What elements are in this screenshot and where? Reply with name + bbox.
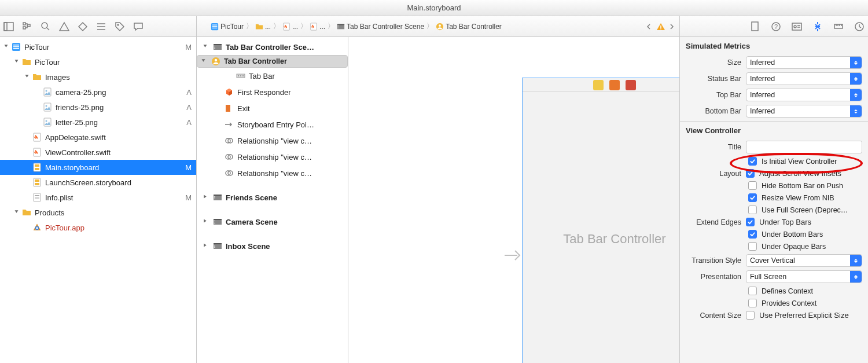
- breadcrumb-item[interactable]: ...: [255, 23, 271, 31]
- outline-row[interactable]: Relationship "view c…: [197, 165, 348, 181]
- under-bottom-checkbox[interactable]: [748, 230, 757, 239]
- initial-vc-row[interactable]: Is Initial View Controller: [686, 157, 862, 166]
- file-tree-row[interactable]: Products: [0, 205, 196, 220]
- scm-badge: M: [185, 193, 192, 202]
- scm-badge: A: [186, 103, 192, 112]
- disclosure-icon[interactable]: [203, 243, 209, 250]
- exit-icon[interactable]: [626, 80, 636, 90]
- editor-panel: PicTour〉...〉...〉...〉Tab Bar Controller S…: [197, 16, 680, 363]
- breadcrumb[interactable]: PicTour〉...〉...〉...〉Tab Bar Controller S…: [211, 21, 502, 31]
- transition-select[interactable]: Cover Vertical: [746, 254, 862, 267]
- presentation-select[interactable]: Full Screen: [746, 270, 862, 283]
- proj-blue-icon: [12, 42, 21, 52]
- file-tree-row[interactable]: AppDelegate.swift: [0, 130, 196, 145]
- file-tree-row[interactable]: friends-25.pngA: [0, 100, 196, 115]
- fullscreen-checkbox[interactable]: [748, 206, 757, 214]
- attributes-inspector-icon[interactable]: [812, 21, 823, 32]
- nav-next-icon[interactable]: [669, 23, 676, 30]
- size-inspector-icon[interactable]: [833, 21, 844, 32]
- provides-context-checkbox[interactable]: [748, 299, 757, 307]
- size-select[interactable]: Inferred: [746, 56, 862, 69]
- file-tree-row[interactable]: Images: [0, 69, 196, 85]
- cube-icon: [225, 87, 234, 97]
- project-file-tree[interactable]: PicTourMPicTourImagescamera-25.pngAfrien…: [0, 37, 196, 363]
- folder-yellow-icon: [32, 72, 42, 82]
- outline-row[interactable]: Tab Bar Controller Sce…: [197, 39, 348, 55]
- file-label: PicTour: [24, 43, 183, 52]
- outline-row[interactable]: Camera Scene: [197, 214, 348, 230]
- resize-nib-checkbox[interactable]: [748, 193, 757, 202]
- nav-prev-icon[interactable]: [646, 23, 653, 30]
- simulated-metrics-header: Simulated Metrics: [680, 37, 868, 54]
- disclosure-icon[interactable]: [14, 209, 21, 216]
- connections-inspector-icon[interactable]: [854, 21, 865, 32]
- jump-bar[interactable]: PicTour〉...〉...〉...〉Tab Bar Controller S…: [197, 16, 679, 37]
- disclosure-icon[interactable]: [201, 58, 208, 65]
- folder-yellow-icon: [22, 208, 31, 217]
- scene-dock[interactable]: [523, 78, 679, 92]
- outline-row[interactable]: Inbox Scene: [197, 238, 348, 254]
- outline-row[interactable]: Friends Scene: [197, 189, 348, 206]
- disclosure-icon[interactable]: [3, 43, 10, 50]
- defines-context-checkbox[interactable]: [748, 287, 757, 295]
- file-tree-row[interactable]: PicTour.app: [0, 220, 196, 235]
- file-tree-row[interactable]: camera-25.pngA: [0, 85, 196, 100]
- issue-navigator-icon[interactable]: [59, 21, 69, 32]
- file-tree-row[interactable]: ViewController.swift: [0, 145, 196, 160]
- breadcrumb-item[interactable]: ...: [310, 23, 325, 31]
- file-tree-row[interactable]: LaunchScreen.storyboard: [0, 175, 196, 190]
- file-tree-row[interactable]: PicTourM: [0, 39, 196, 54]
- issues-warning-icon[interactable]: [656, 22, 665, 31]
- initial-vc-checkbox[interactable]: [748, 157, 757, 166]
- disclosure-icon[interactable]: [24, 74, 31, 80]
- document-outline[interactable]: Tab Bar Controller Sce…Tab Bar Controlle…: [197, 37, 348, 363]
- file-label: friends-25.png: [56, 103, 184, 112]
- bottom-bar-select[interactable]: Inferred: [746, 105, 862, 118]
- storyboard-canvas[interactable]: Tab Bar Controller: [348, 37, 679, 363]
- breadcrumb-item[interactable]: Tab Bar Controller: [436, 23, 502, 31]
- hide-bottom-checkbox[interactable]: [748, 181, 757, 190]
- file-label: PicTour.app: [45, 223, 192, 232]
- test-navigator-icon[interactable]: [78, 21, 88, 32]
- disclosure-icon[interactable]: [203, 43, 209, 50]
- outline-row[interactable]: Relationship "view c…: [197, 133, 348, 149]
- breakpoint-navigator-icon[interactable]: [115, 21, 125, 32]
- quick-help-icon[interactable]: [771, 21, 781, 32]
- top-bar-select[interactable]: Inferred: [746, 89, 862, 101]
- symbol-navigator-icon[interactable]: [22, 21, 32, 32]
- file-tree-row[interactable]: letter-25.pngA: [0, 115, 196, 130]
- outline-row[interactable]: Relationship "view c…: [197, 149, 348, 165]
- file-inspector-icon[interactable]: [750, 21, 760, 32]
- adjust-scroll-checkbox[interactable]: [746, 169, 755, 178]
- status-bar-select[interactable]: Inferred: [746, 72, 862, 85]
- outline-row[interactable]: Tab Bar: [197, 68, 348, 84]
- relation-icon: [225, 168, 234, 178]
- outline-row[interactable]: Storyboard Entry Poi…: [197, 116, 348, 133]
- breadcrumb-item[interactable]: ...: [282, 23, 298, 31]
- report-navigator-icon[interactable]: [133, 21, 144, 32]
- outline-row[interactable]: Exit: [197, 100, 348, 116]
- view-controller-icon[interactable]: [593, 80, 604, 90]
- debug-navigator-icon[interactable]: [96, 21, 106, 32]
- use-preferred-checkbox[interactable]: [746, 311, 755, 320]
- file-tree-row[interactable]: Info.plistM: [0, 190, 196, 205]
- under-opaque-checkbox[interactable]: [748, 242, 757, 251]
- outline-label: Tab Bar Controller Sce…: [226, 43, 314, 52]
- breadcrumb-item[interactable]: Tab Bar Controller Scene: [337, 23, 424, 31]
- breadcrumb-item[interactable]: PicTour: [211, 23, 244, 31]
- find-navigator-icon[interactable]: [41, 21, 51, 32]
- identity-inspector-icon[interactable]: [792, 21, 802, 32]
- under-top-checkbox[interactable]: [746, 218, 755, 226]
- outline-row[interactable]: Tab Bar Controller: [197, 55, 348, 68]
- disclosure-icon[interactable]: [203, 194, 209, 201]
- tab-bar-controller-view[interactable]: Tab Bar Controller: [522, 78, 679, 363]
- file-tree-row[interactable]: PicTour: [0, 54, 196, 69]
- title-input[interactable]: [746, 141, 862, 153]
- project-navigator-icon[interactable]: [3, 21, 14, 32]
- navigator-toolbar: [0, 16, 196, 37]
- outline-row[interactable]: First Responder: [197, 84, 348, 100]
- disclosure-icon[interactable]: [203, 218, 209, 225]
- file-tree-row[interactable]: Main.storyboardM: [0, 160, 196, 175]
- disclosure-icon[interactable]: [14, 58, 21, 65]
- first-responder-icon[interactable]: [609, 80, 620, 90]
